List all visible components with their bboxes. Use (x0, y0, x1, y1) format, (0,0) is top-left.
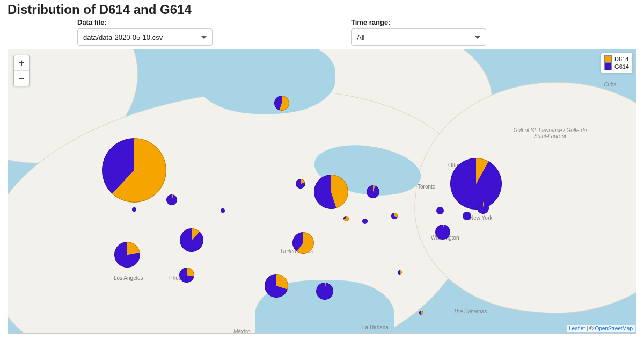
pie-marker[interactable] (292, 232, 314, 254)
legend-label-g614: G614 (614, 63, 629, 70)
osm-link[interactable]: OpenStreetMap (595, 326, 633, 331)
pie-marker[interactable] (450, 158, 502, 210)
legend-swatch-g614 (604, 63, 612, 70)
timerange-control: Time range: All (351, 18, 555, 46)
datafile-control: Data file: data/data-2020-05-10.csv (77, 18, 281, 46)
legend-swatch-d614 (604, 55, 612, 63)
pie-marker[interactable] (166, 194, 177, 205)
zoom-in-button[interactable]: + (14, 55, 29, 70)
map-label-bahamas: The Bahamas (453, 308, 487, 314)
pie-marker[interactable] (477, 202, 489, 214)
datafile-label: Data file: (77, 18, 281, 26)
attribution-sep: | © (585, 326, 595, 331)
pie-marker[interactable] (343, 216, 349, 221)
pie-marker[interactable] (419, 311, 423, 315)
pie-marker[interactable] (463, 212, 471, 220)
pie-marker[interactable] (391, 213, 398, 219)
pie-marker[interactable] (180, 228, 203, 252)
pie-marker[interactable] (179, 268, 194, 283)
pie-marker[interactable] (316, 283, 333, 300)
pie-marker[interactable] (436, 207, 444, 214)
pie-marker[interactable] (274, 96, 289, 111)
zoom-control: + − (13, 55, 30, 86)
legend-item-g614: G614 (604, 63, 629, 70)
datafile-select[interactable]: data/data-2020-05-10.csv (77, 28, 213, 46)
pie-marker[interactable] (367, 185, 379, 198)
pie-marker[interactable] (132, 207, 136, 212)
controls-row: Data file: data/data-2020-05-10.csv Time… (8, 18, 636, 46)
pie-marker[interactable] (114, 242, 140, 268)
map-attribution: Leaflet | © OpenStreetMap (567, 325, 635, 332)
chevron-down-icon (475, 36, 480, 39)
pie-marker[interactable] (362, 219, 368, 224)
legend-item-d614: D614 (604, 55, 629, 63)
pie-marker[interactable] (265, 274, 288, 298)
pie-marker[interactable] (296, 179, 305, 189)
pie-marker[interactable] (435, 225, 450, 240)
leaflet-link[interactable]: Leaflet (569, 326, 585, 331)
basemap-water (196, 49, 335, 114)
pie-marker[interactable] (102, 138, 166, 203)
timerange-select[interactable]: All (351, 28, 486, 46)
map-label-cuba: Cuba (604, 82, 617, 88)
chevron-down-icon (201, 36, 207, 39)
zoom-out-button[interactable]: − (14, 70, 29, 86)
timerange-label: Time range: (351, 18, 555, 26)
legend-label-d614: D614 (614, 55, 628, 63)
pie-marker[interactable] (314, 175, 348, 209)
page-title: Distribution of D614 and G614 (8, 2, 636, 17)
timerange-selected-value: All (357, 33, 364, 41)
map-canvas[interactable]: United States México The Bahamas Cuba Gu… (8, 49, 636, 334)
datafile-selected-value: data/data-2020-05-10.csv (83, 33, 163, 41)
pie-marker[interactable] (398, 270, 402, 275)
pie-marker[interactable] (221, 208, 225, 213)
legend: D614 G614 (601, 53, 633, 73)
